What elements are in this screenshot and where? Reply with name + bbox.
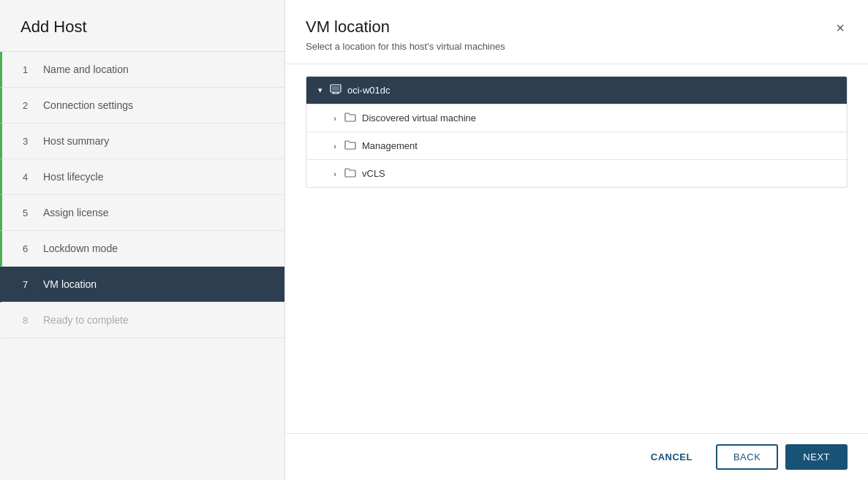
tree-container: ▾ oci-w01dc› Discovered virtual machine›… xyxy=(306,76,848,188)
main-subtitle: Select a location for this host's virtua… xyxy=(306,41,505,52)
svg-rect-1 xyxy=(332,86,339,91)
sidebar-step-7[interactable]: 7VM location xyxy=(0,267,284,302)
step-label: Assign license xyxy=(43,207,109,218)
step-label: Ready to complete xyxy=(43,314,129,326)
tree-item-label: vCLS xyxy=(362,168,385,179)
datacenter-icon xyxy=(330,83,343,97)
step-label: VM location xyxy=(43,278,97,290)
tree-item-label: Management xyxy=(362,140,418,151)
sidebar-steps: 1Name and location2Connection settings3H… xyxy=(0,52,284,480)
step-number: 4 xyxy=(23,172,36,183)
step-number: 2 xyxy=(23,100,36,111)
sidebar-step-8: 8Ready to complete xyxy=(0,302,284,338)
step-label: Lockdown mode xyxy=(43,243,118,254)
step-label: Host summary xyxy=(43,135,109,147)
step-number: 1 xyxy=(23,64,36,75)
tree-item-management[interactable]: › Management xyxy=(306,132,847,159)
step-number: 8 xyxy=(23,315,36,326)
sidebar-step-2[interactable]: 2Connection settings xyxy=(0,88,284,123)
tree-item-label: Discovered virtual machine xyxy=(362,113,476,123)
back-button[interactable]: BACK xyxy=(716,444,778,470)
tree-item-root[interactable]: ▾ oci-w01dc xyxy=(306,77,847,104)
sidebar-step-3[interactable]: 3Host summary xyxy=(0,123,284,159)
step-number: 6 xyxy=(23,243,36,254)
next-button[interactable]: NEXT xyxy=(785,444,848,470)
main-header: VM location Select a location for this h… xyxy=(285,0,868,64)
main-body: ▾ oci-w01dc› Discovered virtual machine›… xyxy=(285,64,868,433)
modal-container: Add Host 1Name and location2Connection s… xyxy=(0,0,868,480)
sidebar-title: Add Host xyxy=(0,0,284,52)
folder-icon xyxy=(344,139,358,153)
step-number: 3 xyxy=(23,136,36,147)
tree-item-vcls[interactable]: › vCLS xyxy=(306,159,847,187)
sidebar-step-5[interactable]: 5Assign license xyxy=(0,195,284,231)
step-number: 5 xyxy=(23,207,36,218)
sidebar: Add Host 1Name and location2Connection s… xyxy=(0,0,285,480)
tree-chevron-icon: › xyxy=(330,114,340,123)
tree-item-label: oci-w01dc xyxy=(347,85,390,96)
step-label: Name and location xyxy=(43,64,129,75)
sidebar-step-1[interactable]: 1Name and location xyxy=(0,52,284,88)
main-title-area: VM location Select a location for this h… xyxy=(306,18,505,52)
tree-chevron-icon: › xyxy=(330,169,340,178)
step-number: 7 xyxy=(23,279,36,290)
folder-icon xyxy=(344,111,358,125)
main-footer: CANCEL BACK NEXT xyxy=(285,433,868,480)
cancel-button[interactable]: CANCEL xyxy=(635,446,709,468)
main-title: VM location xyxy=(306,18,505,37)
tree-item-discovered[interactable]: › Discovered virtual machine xyxy=(306,104,847,132)
step-label: Host lifecycle xyxy=(43,171,103,183)
tree-chevron-icon: ▾ xyxy=(315,85,325,95)
sidebar-step-6[interactable]: 6Lockdown mode xyxy=(0,231,284,267)
main-content: VM location Select a location for this h… xyxy=(285,0,868,480)
tree-chevron-icon: › xyxy=(330,142,340,151)
sidebar-step-4[interactable]: 4Host lifecycle xyxy=(0,159,284,195)
close-button[interactable]: × xyxy=(833,18,848,38)
folder-icon xyxy=(344,167,358,180)
step-label: Connection settings xyxy=(43,99,133,111)
